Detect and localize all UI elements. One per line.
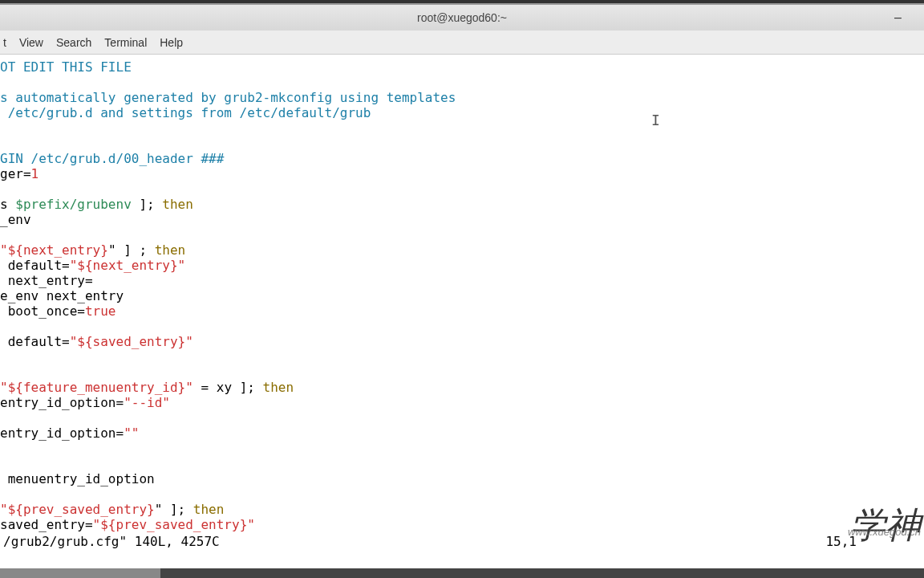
code-line: entry_id_option=: [0, 425, 124, 441]
status-left: /grub2/grub.cfg" 140L, 4257C: [3, 534, 220, 549]
code-line: ${saved_entry}: [77, 334, 185, 349]
menu-view[interactable]: View: [13, 33, 50, 52]
code-line: _env: [0, 212, 31, 227]
code-line: = xy ];: [193, 380, 263, 395]
code-line: then: [162, 197, 193, 212]
titlebar: root@xuegod60:~ –: [0, 3, 924, 31]
code-line: boot_once=: [0, 303, 85, 319]
window-title: root@xuegod60:~: [417, 11, 507, 24]
taskbar[interactable]: [0, 568, 924, 578]
code-line: ger=: [0, 166, 31, 181]
code-line: ];: [132, 197, 163, 212]
code-line: s automatically generated by grub2-mkcon…: [0, 90, 456, 105]
code-line: e_env next_entry: [0, 288, 124, 303]
code-line: " ];: [155, 502, 193, 517]
code-line: " ]: [108, 242, 140, 258]
code-line: ": [0, 502, 8, 517]
menu-edit[interactable]: t: [2, 33, 13, 52]
minimize-button[interactable]: –: [894, 10, 902, 25]
code-line: ": [185, 334, 193, 349]
terminal-content[interactable]: OT EDIT THIS FILE s automatically genera…: [0, 55, 924, 568]
menu-help[interactable]: Help: [153, 33, 189, 52]
code-line: ${prev_saved_entry}: [8, 502, 155, 517]
menu-search[interactable]: Search: [50, 33, 98, 52]
code-line: 1: [31, 166, 39, 181]
code-line: next_entry=: [0, 273, 93, 288]
code-line: ": [70, 258, 78, 273]
taskbar-active-window[interactable]: [0, 568, 160, 578]
code-line: entry_id_option=: [0, 395, 124, 410]
code-line: true: [85, 303, 116, 319]
code-line: ": [93, 517, 101, 532]
code-line: ${feature_menuentry_id}: [8, 380, 186, 395]
code-line: ": [0, 380, 8, 395]
code-line: ": [70, 334, 78, 349]
code-line: ${prev_saved_entry}: [100, 517, 247, 532]
code-line: /etc/grub.d and settings from /etc/defau…: [0, 105, 371, 120]
code-line: ": [0, 242, 8, 258]
code-line: "": [124, 425, 139, 441]
code-line: ": [247, 517, 255, 532]
menubar: t View Search Terminal Help: [0, 31, 924, 55]
code-line: ": [178, 258, 186, 273]
code-line: ;: [139, 242, 154, 258]
code-line: OT EDIT THIS FILE: [0, 59, 132, 75]
text-cursor-icon: I: [651, 112, 660, 128]
code-line: saved_entry=: [0, 517, 93, 532]
code-line: ${next_entry}: [8, 242, 108, 258]
code-line: then: [193, 502, 225, 517]
code-line: GIN /etc/grub.d/00_header ###: [0, 151, 224, 166]
code-line: s: [0, 197, 15, 212]
code-line: ": [185, 380, 193, 395]
code-line: default=: [0, 258, 70, 273]
code-line: then: [155, 242, 186, 258]
code-line: "--id": [124, 395, 170, 410]
code-line: ${next_entry}: [77, 258, 177, 273]
status-cursor-position: 15,1: [825, 534, 857, 549]
code-line: then: [263, 380, 294, 395]
code-line: $prefix/grubenv: [15, 197, 132, 212]
code-line: default=: [0, 334, 70, 349]
menu-terminal[interactable]: Terminal: [98, 33, 153, 52]
code-line: menuentry_id_option: [0, 471, 155, 486]
